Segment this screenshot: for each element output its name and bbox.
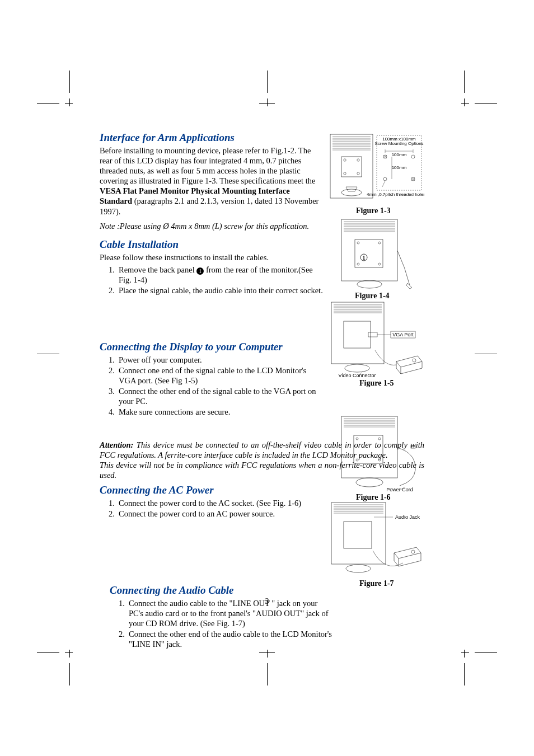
list-item: 1.Connect the power cord to the AC socke… bbox=[109, 498, 324, 508]
svg-point-59 bbox=[413, 359, 416, 362]
heading-display: Connecting the Display to your Computer bbox=[100, 340, 324, 354]
svg-rect-83 bbox=[344, 522, 372, 548]
fig13-label-top2: Screw Mounting Options bbox=[374, 141, 423, 146]
heading-audio: Connecting the Audio Cable bbox=[110, 584, 334, 597]
fig17-audio-label: Audio Jack bbox=[395, 514, 420, 520]
fig16-power-label: Power Cord bbox=[386, 487, 413, 492]
svg-rect-53 bbox=[344, 321, 371, 348]
heading-cable: Cable Installation bbox=[100, 238, 324, 251]
caption-figure-1-4: Figure 1-4 bbox=[355, 291, 390, 301]
cable-list: 1. Remove the back panel 1 from the rear… bbox=[109, 265, 324, 295]
svg-point-54 bbox=[345, 364, 369, 372]
svg-rect-74 bbox=[411, 445, 415, 448]
section-audio: Connecting the Audio Cable 1.Connect the… bbox=[110, 584, 334, 649]
attention-bold: Attention: bbox=[100, 440, 133, 449]
svg-rect-76 bbox=[331, 503, 386, 564]
svg-point-72 bbox=[378, 459, 381, 461]
svg-text:1: 1 bbox=[363, 255, 366, 261]
section-acpower: Connecting the AC Power 1.Connect the po… bbox=[100, 483, 324, 519]
display-list: 1.Power off your computer. 2.Connect one… bbox=[109, 355, 324, 417]
svg-rect-0 bbox=[330, 134, 373, 198]
svg-point-70 bbox=[378, 438, 381, 440]
svg-line-29 bbox=[382, 181, 385, 187]
heading-interface: Interface for Arm Applications bbox=[100, 131, 324, 144]
svg-point-39 bbox=[357, 242, 359, 244]
svg-point-87 bbox=[411, 550, 415, 553]
svg-point-84 bbox=[346, 565, 371, 572]
svg-rect-55 bbox=[368, 332, 377, 337]
figure-1-6: Power Cord bbox=[338, 414, 422, 492]
acpower-list: 1.Connect the power cord to the AC socke… bbox=[109, 498, 324, 519]
svg-point-14 bbox=[357, 172, 359, 175]
fig13-bottom: 4mm ,0.7pitch threaded holes x4 bbox=[367, 192, 424, 197]
fig13-dim1: 100mm bbox=[392, 152, 407, 157]
svg-rect-68 bbox=[354, 435, 383, 463]
cable-intro: Please follow these instructions to inst… bbox=[100, 252, 324, 262]
svg-point-42 bbox=[378, 263, 381, 265]
section-display: Connecting the Display to your Computer … bbox=[100, 340, 324, 417]
svg-point-40 bbox=[378, 242, 381, 244]
list-item: 2.Connect the power cord to an AC power … bbox=[109, 509, 324, 519]
para-interface: Before installing to mounting device, pl… bbox=[100, 145, 324, 217]
list-item: 2.Connect the other end of the audio cab… bbox=[119, 629, 334, 649]
figure-1-5: VGA Port Video Connector bbox=[329, 300, 424, 378]
fig13-dim2: 100mm bbox=[392, 165, 407, 170]
circled-number-icon: 1 bbox=[196, 267, 204, 275]
svg-point-21 bbox=[383, 177, 387, 181]
svg-point-12 bbox=[357, 159, 359, 161]
section-interface: Interface for Arm Applications Before in… bbox=[100, 131, 324, 231]
svg-point-71 bbox=[356, 459, 358, 461]
caption-figure-1-7: Figure 1-7 bbox=[359, 579, 394, 589]
caption-figure-1-5: Figure 1-5 bbox=[359, 378, 394, 388]
figure-1-7: Audio Jack bbox=[329, 500, 424, 579]
list-item: 1. Remove the back panel 1 from the rear… bbox=[109, 265, 324, 285]
svg-rect-46 bbox=[331, 302, 384, 364]
fig15-video-label: Video Connector bbox=[339, 373, 376, 378]
svg-point-69 bbox=[356, 438, 358, 440]
caption-figure-1-3: Figure 1-3 bbox=[356, 206, 391, 216]
list-item: 1.Power off your computer. bbox=[109, 355, 324, 365]
svg-rect-10 bbox=[341, 157, 362, 177]
svg-point-13 bbox=[344, 172, 346, 175]
section-cable: Cable Installation Please follow these i… bbox=[100, 238, 324, 295]
svg-rect-61 bbox=[341, 416, 397, 478]
heading-acpower: Connecting the AC Power bbox=[100, 483, 324, 497]
svg-point-41 bbox=[357, 263, 359, 265]
figure-1-3: 100mm x100mm Screw Mounting Options 100m… bbox=[329, 130, 424, 203]
svg-point-11 bbox=[344, 159, 346, 161]
fig15-vga-label: VGA Port bbox=[392, 332, 414, 337]
list-item: 3.Connect the other end of the signal ca… bbox=[109, 386, 324, 406]
list-item: 4.Make sure connections are secure. bbox=[109, 407, 324, 417]
svg-point-15 bbox=[341, 189, 362, 196]
svg-point-73 bbox=[356, 478, 383, 487]
list-item: 2.Connect one end of the signal cable to… bbox=[109, 365, 324, 386]
svg-point-20 bbox=[411, 155, 415, 158]
para-interface-part2: (paragraphs 2.1 and 2.1.3, version 1, da… bbox=[100, 196, 318, 215]
svg-rect-30 bbox=[341, 219, 397, 281]
figure-1-4: 1 bbox=[338, 217, 416, 290]
para-interface-part1: Before installing to mounting device, pl… bbox=[100, 146, 315, 185]
page-number: 3 bbox=[0, 597, 534, 607]
note-interface: Note :Please using Ø 4mm x 8mm (L) screw… bbox=[100, 221, 324, 231]
svg-point-45 bbox=[357, 280, 382, 288]
list-item: 2. Place the signal cable, the audio cab… bbox=[109, 285, 324, 295]
cable-item-2: Place the signal cable, the audio cable … bbox=[119, 285, 324, 295]
